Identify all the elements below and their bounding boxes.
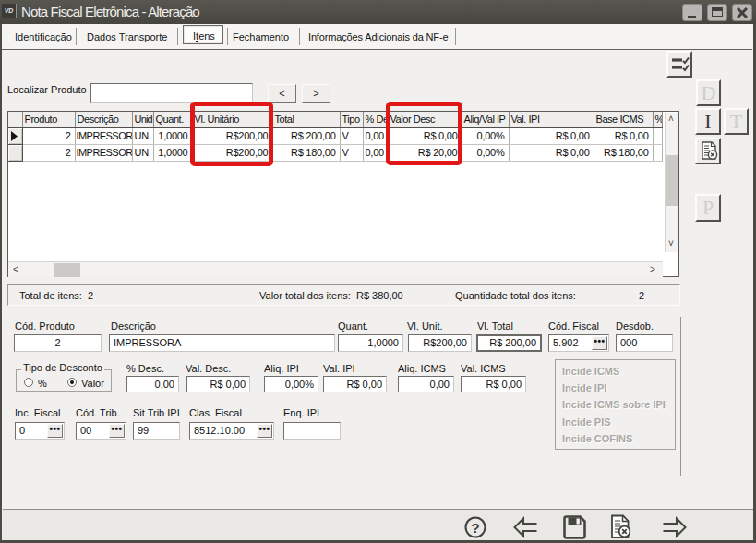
svg-text:?: ?: [471, 520, 479, 536]
